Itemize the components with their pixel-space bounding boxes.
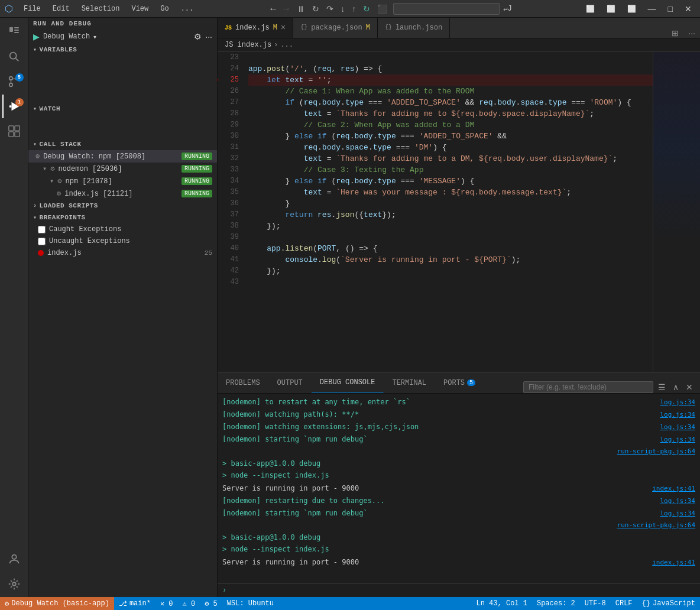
status-language[interactable]: {} JavaScript xyxy=(637,597,700,610)
console-source-3[interactable]: log.js:34 xyxy=(660,434,695,445)
code-content[interactable]: app.post('/', (req, res) => { let text =… xyxy=(244,52,653,372)
svg-point-7 xyxy=(9,83,12,87)
bp-item-2: index.js 25 xyxy=(28,247,217,259)
layout-button-1[interactable]: ⬜ xyxy=(582,4,598,14)
console-source-9[interactable]: log.js:34 xyxy=(660,496,695,507)
activity-account[interactable] xyxy=(2,547,26,571)
status-git[interactable]: ⎇ main* xyxy=(114,597,155,610)
debug-pause-button[interactable]: ⏸ xyxy=(294,3,307,15)
status-debug-session[interactable]: ⚙ Debug Watch (basic-app) xyxy=(0,597,114,610)
status-errors[interactable]: ✕ 0 xyxy=(155,597,178,610)
call-stack-item-0[interactable]: ⚙ Debug Watch: npm [25008] RUNNING xyxy=(28,150,217,163)
call-stack-section-header[interactable]: ▾ CALL STACK xyxy=(28,138,217,150)
bp-indexjs-label: index.js xyxy=(47,249,82,257)
search-input[interactable] xyxy=(393,3,500,15)
debug-step-into-button[interactable]: ↓ xyxy=(338,3,347,15)
menu-view[interactable]: View xyxy=(127,4,153,14)
close-button[interactable]: ✕ xyxy=(681,3,695,15)
console-source-8[interactable]: index.js:41 xyxy=(652,484,695,494)
debug-restart-button[interactable]: ↻ xyxy=(310,3,322,15)
console-up-button[interactable]: ∧ xyxy=(670,381,681,393)
tab-more-button[interactable]: ··· xyxy=(683,28,700,38)
debug-run-icon[interactable]: ▶ xyxy=(33,32,40,41)
console-source-1[interactable]: log.js:34 xyxy=(660,410,695,420)
debug-more-button[interactable]: ··· xyxy=(205,32,212,41)
debug-step-out-button[interactable]: ↑ xyxy=(349,3,358,15)
debug-stop-button[interactable]: ⬛ xyxy=(375,3,390,15)
maximize-button[interactable]: □ xyxy=(665,3,676,15)
console-input[interactable] xyxy=(230,586,695,595)
activity-extensions[interactable] xyxy=(2,119,26,143)
tab-bar: JS index.js M × {} package.json M {} lau… xyxy=(218,18,700,38)
status-left: ⚙ Debug Watch (basic-app) ⎇ main* ✕ 0 ⚠ … xyxy=(0,597,278,610)
call-stack-item-2[interactable]: ▾ ⚙ npm [21078] RUNNING xyxy=(28,175,217,187)
loaded-scripts-header[interactable]: › LOADED SCRIPTS xyxy=(28,200,217,212)
svg-rect-1 xyxy=(14,27,19,28)
activity-settings[interactable] xyxy=(2,572,26,596)
expand-icon-1: ▾ xyxy=(43,164,47,173)
tab-debug-console[interactable]: DEBUG CONSOLE xyxy=(312,372,384,393)
tab-problems[interactable]: PROBLEMS xyxy=(218,372,269,393)
tab-icon-0: JS xyxy=(225,25,232,31)
bp-caught-checkbox[interactable] xyxy=(38,226,46,233)
debug-sessions-label: ⚙ 5 xyxy=(205,599,218,608)
menu-more[interactable]: ... xyxy=(176,4,199,14)
tab-split-button[interactable]: ⊞ xyxy=(667,28,683,38)
nav-forward-button[interactable]: → xyxy=(281,4,291,14)
console-source-0[interactable]: log.js:34 xyxy=(660,397,695,408)
console-source-2[interactable]: log.js:34 xyxy=(660,422,695,433)
bp-caught-label: Caught Exceptions xyxy=(49,225,121,233)
console-input-line: › xyxy=(218,583,700,597)
console-filter-input[interactable] xyxy=(523,381,653,393)
console-source-15[interactable]: index.js:41 xyxy=(652,557,695,568)
call-stack-item-3[interactable]: ⚙ index.js [21121] RUNNING xyxy=(28,187,217,200)
status-spaces[interactable]: Spaces: 2 xyxy=(532,597,580,610)
debug-step-over-button[interactable]: ↷ xyxy=(324,3,336,15)
activity-search[interactable] xyxy=(2,45,26,69)
tab-ports[interactable]: PORTS 5 xyxy=(435,372,484,393)
layout-button-2[interactable]: ⬜ xyxy=(603,4,619,14)
activity-bar: 5 1 xyxy=(0,18,28,597)
tab-close-0[interactable]: × xyxy=(281,23,286,33)
nav-back-button[interactable]: ← xyxy=(268,4,278,14)
tab-launchjson[interactable]: {} launch.json xyxy=(378,18,450,38)
tab-packagejson[interactable]: {} package.json M xyxy=(293,18,378,38)
tab-output[interactable]: OUTPUT xyxy=(269,372,312,393)
console-list-view-button[interactable]: ☰ xyxy=(656,381,668,393)
menu-edit[interactable]: Edit xyxy=(48,4,74,14)
status-ln-col[interactable]: Ln 43, Col 1 xyxy=(472,597,532,610)
tab-indexjs[interactable]: JS index.js M × xyxy=(218,18,293,38)
console-output[interactable]: [nodemon] to restart at any time, enter … xyxy=(218,394,700,583)
minimize-button[interactable]: — xyxy=(644,3,660,15)
activity-source-control[interactable]: 5 xyxy=(2,70,26,93)
activity-explorer[interactable] xyxy=(2,20,26,44)
console-line-4: run-script-pkg.js:64 xyxy=(218,446,700,458)
menu-go[interactable]: Go xyxy=(155,4,173,14)
console-source-11[interactable]: run-script-pkg.js:64 xyxy=(617,520,695,531)
variables-section-header[interactable]: ▾ VARIABLES xyxy=(28,44,217,56)
status-warnings[interactable]: ⚠ 0 xyxy=(178,597,200,610)
watch-section-header[interactable]: ▾ WATCH xyxy=(28,103,217,115)
debug-continue-button[interactable]: ↻ xyxy=(361,3,372,15)
console-close-button[interactable]: ✕ xyxy=(683,381,695,393)
vscode-icon: ⬡ xyxy=(5,3,13,15)
tab-terminal[interactable]: TERMINAL xyxy=(384,372,435,393)
debug-settings-button[interactable]: ⚙ xyxy=(194,32,202,41)
call-stack-item-1[interactable]: ▾ ⚙ nodemon [25036] RUNNING xyxy=(28,163,217,175)
layout-button-3[interactable]: ⬜ xyxy=(624,4,640,14)
wsl-label: WSL: Ubuntu xyxy=(227,599,274,608)
bp-uncaught-checkbox[interactable] xyxy=(38,238,46,245)
status-eol[interactable]: CRLF xyxy=(611,597,637,610)
menu-selection[interactable]: Selection xyxy=(77,4,125,14)
debug-config-dropdown[interactable]: ▾ xyxy=(93,34,96,40)
console-source-10[interactable]: log.js:34 xyxy=(660,508,695,519)
console-source-4[interactable]: run-script-pkg.js:64 xyxy=(617,446,695,457)
status-wsl[interactable]: WSL: Ubuntu xyxy=(222,597,278,610)
bp-item-1: Uncaught Exceptions xyxy=(28,235,217,247)
watch-content xyxy=(28,115,217,138)
status-encoding[interactable]: UTF-8 xyxy=(580,597,611,610)
activity-debug[interactable]: 1 xyxy=(2,95,26,118)
breakpoints-header[interactable]: ▾ BREAKPOINTS xyxy=(28,212,217,223)
status-debug-sessions[interactable]: ⚙ 5 xyxy=(200,597,222,610)
menu-file[interactable]: File xyxy=(19,4,46,14)
